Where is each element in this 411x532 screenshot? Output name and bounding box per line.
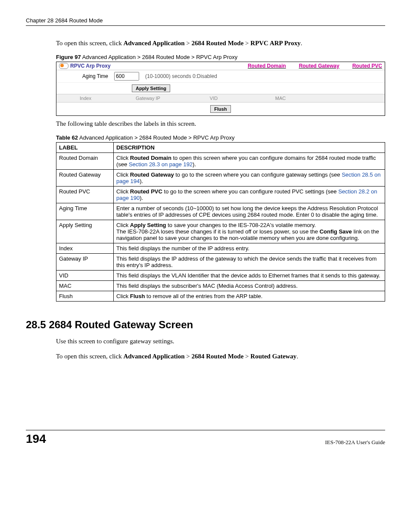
row-label: Aging Time <box>56 203 114 220</box>
aging-hint: (10-10000) seconds 0:Disabled <box>145 73 217 79</box>
table-row: Gateway IP This field displays the IP ad… <box>56 254 385 271</box>
nav-links: Routed Domain Routed Gateway Routed PVC <box>248 63 382 69</box>
sep: > <box>185 40 192 47</box>
col-gateway-ip: Gateway IP <box>115 96 181 101</box>
link-routed-pvc[interactable]: Routed PVC <box>352 63 382 69</box>
figure-screenshot: RPVC Arp Proxy Routed Domain Routed Gate… <box>56 62 385 116</box>
link-routed-domain[interactable]: Routed Domain <box>248 63 286 69</box>
bullet-icon <box>59 63 68 69</box>
screen-title-text: RPVC Arp Proxy <box>70 63 111 69</box>
row-desc: This field displays the VLAN Identifier … <box>114 271 385 281</box>
text: . <box>296 353 298 360</box>
table-row: Routed PVC Click Routed PVC to go to the… <box>56 187 385 203</box>
figure-title: Advanced Application > 2684 Routed Mode … <box>81 54 238 60</box>
figure-number: Figure 97 <box>56 54 81 60</box>
row-label: Gateway IP <box>56 254 114 271</box>
col-description: DESCRIPTION <box>114 143 385 153</box>
text: To open this screen, click <box>56 40 123 47</box>
table-row: Index This field displays the number of … <box>56 243 385 254</box>
flush-button[interactable]: Flush <box>210 105 230 113</box>
row-desc: Click Apply Setting to save your changes… <box>114 220 385 243</box>
table-row: Flush Click Flush to remove all of the e… <box>56 291 385 302</box>
section-para-1: Use this screen to configure gateway set… <box>56 337 385 346</box>
col-index: Index <box>56 96 115 101</box>
table-number: Table 62 <box>56 134 78 141</box>
table-row: MAC This field displays the subscriber's… <box>56 281 385 291</box>
description-table: LABEL DESCRIPTION Routed Domain Click Ro… <box>56 142 385 302</box>
sep: > <box>243 353 250 360</box>
breadcrumb-part: Advanced Application <box>123 40 184 47</box>
col-vid: VID <box>181 96 246 101</box>
guide-name: IES-708-22A User's Guide <box>325 439 385 446</box>
table-row: Apply Setting Click Apply Setting to sav… <box>56 220 385 243</box>
apply-setting-button[interactable]: Apply Setting <box>132 84 170 92</box>
column-headers: Index Gateway IP VID MAC <box>56 94 385 102</box>
col-label: LABEL <box>56 143 114 153</box>
row-desc: Click Routed PVC to go to the screen whe… <box>114 187 385 203</box>
row-label: Routed PVC <box>56 187 114 203</box>
table-row: Aging Time Enter a number of seconds (10… <box>56 203 385 220</box>
flush-row: Flush <box>56 102 385 115</box>
row-label: Routed Gateway <box>56 170 114 187</box>
row-desc: Click Routed Gateway to go to the screen… <box>114 170 385 187</box>
page-header: Chapter 28 2684 Routed Mode <box>26 17 385 26</box>
row-desc: This field displays the number of the IP… <box>114 243 385 254</box>
row-label: Apply Setting <box>56 220 114 243</box>
figure-caption: Figure 97 Advanced Application > 2684 Ro… <box>56 54 385 60</box>
text: To open this screen, click <box>56 353 123 360</box>
col-mac: MAC <box>246 96 315 101</box>
row-desc: This field displays the subscriber's MAC… <box>114 281 385 291</box>
page-footer: 194 IES-708-22A User's Guide <box>26 430 385 446</box>
xref-link[interactable]: Section 28.3 on page 192 <box>129 161 193 168</box>
table-caption: Table 62 Advanced Application > 2684 Rou… <box>56 134 385 141</box>
table-header-row: LABEL DESCRIPTION <box>56 143 385 153</box>
after-figure-text: The following table describes the labels… <box>56 119 385 128</box>
sep: > <box>185 353 192 360</box>
row-desc: Click Flush to remove all of the entries… <box>114 291 385 302</box>
intro-paragraph: To open this screen, click Advanced Appl… <box>56 39 385 48</box>
aging-time-input[interactable] <box>114 72 139 81</box>
text: . <box>301 40 302 47</box>
apply-row: Apply Setting <box>56 83 385 94</box>
section-heading: 28.5 2684 Routed Gateway Screen <box>26 319 385 331</box>
breadcrumb-part: RPVC ARP Proxy <box>250 40 300 47</box>
row-desc: Click Routed Domain to open this screen … <box>114 153 385 170</box>
aging-time-label: Aging Time <box>82 73 108 79</box>
row-label: Routed Domain <box>56 153 114 170</box>
chapter-label: Chapter 28 2684 Routed Mode <box>26 17 103 24</box>
aging-row: Aging Time (10-10000) seconds 0:Disabled <box>56 70 385 83</box>
table-row: Routed Domain Click Routed Domain to ope… <box>56 153 385 170</box>
breadcrumb-part: 2684 Routed Mode <box>192 40 244 47</box>
breadcrumb-part: Advanced Application <box>123 353 184 360</box>
row-label: VID <box>56 271 114 281</box>
row-desc: This field displays the IP address of th… <box>114 254 385 271</box>
figure-titlebar: RPVC Arp Proxy Routed Domain Routed Gate… <box>56 62 385 70</box>
row-desc: Enter a number of seconds (10~10000) to … <box>114 203 385 220</box>
row-label: MAC <box>56 281 114 291</box>
section-para-2: To open this screen, click Advanced Appl… <box>56 352 385 361</box>
breadcrumb-part: 2684 Routed Mode <box>192 353 244 360</box>
sep: > <box>243 40 250 47</box>
table-row: VID This field displays the VLAN Identif… <box>56 271 385 281</box>
table-title: Advanced Application > 2684 Routed Mode … <box>78 134 235 141</box>
row-label: Index <box>56 243 114 254</box>
row-label: Flush <box>56 291 114 302</box>
page-number: 194 <box>26 432 46 446</box>
breadcrumb-part: Routed Gateway <box>250 353 296 360</box>
link-routed-gateway[interactable]: Routed Gateway <box>299 63 339 69</box>
page-content: To open this screen, click Advanced Appl… <box>56 39 385 361</box>
screen-title: RPVC Arp Proxy <box>59 63 111 69</box>
table-row: Routed Gateway Click Routed Gateway to g… <box>56 170 385 187</box>
